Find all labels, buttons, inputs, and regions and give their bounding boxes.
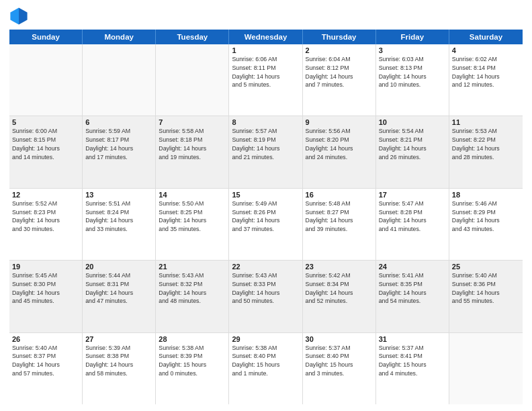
calendar-cell: 15Sunrise: 5:49 AMSunset: 8:26 PMDayligh… (229, 189, 302, 260)
calendar-header: SundayMondayTuesdayWednesdayThursdayFrid… (9, 30, 523, 44)
day-info: Sunrise: 5:53 AMSunset: 8:22 PMDaylight:… (452, 127, 520, 161)
weekday-header: Thursday (303, 30, 376, 44)
weekday-header: Monday (83, 30, 156, 44)
calendar-cell: 1Sunrise: 6:06 AMSunset: 8:11 PMDaylight… (229, 44, 302, 116)
day-info: Sunrise: 5:43 AMSunset: 8:33 PMDaylight:… (232, 271, 299, 306)
day-number: 10 (379, 118, 446, 126)
day-number: 27 (85, 335, 152, 343)
calendar: SundayMondayTuesdayWednesdayThursdayFrid… (9, 30, 523, 404)
day-number: 18 (452, 191, 520, 199)
calendar-cell: 3Sunrise: 6:03 AMSunset: 8:13 PMDaylight… (376, 44, 449, 116)
calendar-body: 1Sunrise: 6:06 AMSunset: 8:11 PMDaylight… (9, 44, 523, 404)
day-info: Sunrise: 5:37 AMSunset: 8:40 PMDaylight:… (306, 344, 373, 378)
day-number: 22 (232, 263, 299, 271)
day-number: 26 (12, 335, 79, 343)
day-number: 16 (306, 191, 373, 199)
logo-icon (9, 7, 28, 26)
calendar-cell: 7Sunrise: 5:58 AMSunset: 8:18 PMDaylight… (156, 116, 229, 187)
calendar-cell: 26Sunrise: 5:40 AMSunset: 8:37 PMDayligh… (9, 333, 83, 404)
calendar-cell: 2Sunrise: 6:04 AMSunset: 8:12 PMDaylight… (303, 44, 376, 116)
day-number: 3 (379, 46, 446, 54)
calendar-cell: 11Sunrise: 5:53 AMSunset: 8:22 PMDayligh… (449, 116, 523, 187)
calendar-cell: 22Sunrise: 5:43 AMSunset: 8:33 PMDayligh… (229, 261, 302, 332)
calendar-cell: 6Sunrise: 5:59 AMSunset: 8:17 PMDaylight… (83, 116, 156, 187)
day-number: 19 (12, 263, 79, 271)
day-number: 11 (452, 118, 520, 126)
calendar-row: 12Sunrise: 5:52 AMSunset: 8:23 PMDayligh… (9, 189, 523, 261)
weekday-header: Sunday (9, 30, 83, 44)
calendar-cell (9, 44, 83, 116)
day-info: Sunrise: 5:58 AMSunset: 8:18 PMDaylight:… (159, 127, 226, 161)
day-info: Sunrise: 5:49 AMSunset: 8:26 PMDaylight:… (232, 199, 299, 234)
day-info: Sunrise: 5:50 AMSunset: 8:25 PMDaylight:… (159, 199, 226, 234)
calendar-row: 19Sunrise: 5:45 AMSunset: 8:30 PMDayligh… (9, 261, 523, 332)
day-info: Sunrise: 6:06 AMSunset: 8:11 PMDaylight:… (232, 55, 299, 89)
day-number: 8 (232, 118, 299, 126)
day-info: Sunrise: 5:56 AMSunset: 8:20 PMDaylight:… (306, 127, 373, 161)
weekday-header: Tuesday (156, 30, 229, 44)
day-number: 4 (452, 46, 520, 54)
calendar-cell: 5Sunrise: 6:00 AMSunset: 8:15 PMDaylight… (9, 116, 83, 187)
day-info: Sunrise: 5:40 AMSunset: 8:36 PMDaylight:… (452, 271, 520, 306)
day-info: Sunrise: 5:51 AMSunset: 8:24 PMDaylight:… (85, 199, 152, 234)
day-number: 25 (452, 263, 520, 271)
day-number: 5 (12, 118, 79, 126)
calendar-cell (156, 44, 229, 116)
day-info: Sunrise: 5:38 AMSunset: 8:40 PMDaylight:… (232, 344, 299, 378)
calendar-cell (83, 44, 156, 116)
day-info: Sunrise: 5:38 AMSunset: 8:39 PMDaylight:… (159, 344, 226, 378)
day-info: Sunrise: 5:52 AMSunset: 8:23 PMDaylight:… (12, 199, 79, 234)
day-number: 24 (379, 263, 446, 271)
day-info: Sunrise: 6:03 AMSunset: 8:13 PMDaylight:… (379, 55, 446, 89)
day-info: Sunrise: 5:40 AMSunset: 8:37 PMDaylight:… (12, 344, 79, 378)
day-info: Sunrise: 5:37 AMSunset: 8:41 PMDaylight:… (379, 344, 446, 378)
weekday-header: Saturday (449, 30, 523, 44)
calendar-cell: 24Sunrise: 5:41 AMSunset: 8:35 PMDayligh… (376, 261, 449, 332)
day-info: Sunrise: 5:59 AMSunset: 8:17 PMDaylight:… (85, 127, 152, 161)
day-info: Sunrise: 5:57 AMSunset: 8:19 PMDaylight:… (232, 127, 299, 161)
calendar-cell: 21Sunrise: 5:43 AMSunset: 8:32 PMDayligh… (156, 261, 229, 332)
day-info: Sunrise: 6:04 AMSunset: 8:12 PMDaylight:… (306, 55, 373, 89)
weekday-header: Friday (376, 30, 449, 44)
day-info: Sunrise: 5:39 AMSunset: 8:38 PMDaylight:… (85, 344, 152, 378)
day-number: 14 (159, 191, 226, 199)
day-number: 31 (379, 335, 446, 343)
day-number: 1 (232, 46, 299, 54)
calendar-row: 1Sunrise: 6:06 AMSunset: 8:11 PMDaylight… (9, 44, 523, 116)
calendar-cell: 23Sunrise: 5:42 AMSunset: 8:34 PMDayligh… (303, 261, 376, 332)
calendar-cell: 25Sunrise: 5:40 AMSunset: 8:36 PMDayligh… (449, 261, 523, 332)
day-number: 6 (85, 118, 152, 126)
day-info: Sunrise: 5:41 AMSunset: 8:35 PMDaylight:… (379, 271, 446, 306)
day-info: Sunrise: 6:00 AMSunset: 8:15 PMDaylight:… (12, 127, 79, 161)
calendar-row: 26Sunrise: 5:40 AMSunset: 8:37 PMDayligh… (9, 333, 523, 404)
day-number: 30 (306, 335, 373, 343)
day-info: Sunrise: 5:43 AMSunset: 8:32 PMDaylight:… (159, 271, 226, 306)
day-info: Sunrise: 5:46 AMSunset: 8:29 PMDaylight:… (452, 199, 520, 234)
svg-marker-3 (10, 7, 19, 24)
day-number: 23 (306, 263, 373, 271)
day-info: Sunrise: 5:48 AMSunset: 8:27 PMDaylight:… (306, 199, 373, 234)
day-info: Sunrise: 5:47 AMSunset: 8:28 PMDaylight:… (379, 199, 446, 234)
day-info: Sunrise: 5:42 AMSunset: 8:34 PMDaylight:… (306, 271, 373, 306)
calendar-cell: 27Sunrise: 5:39 AMSunset: 8:38 PMDayligh… (83, 333, 156, 404)
calendar-cell: 8Sunrise: 5:57 AMSunset: 8:19 PMDaylight… (229, 116, 302, 187)
calendar-cell: 18Sunrise: 5:46 AMSunset: 8:29 PMDayligh… (449, 189, 523, 260)
page-header (9, 7, 523, 26)
day-number: 9 (306, 118, 373, 126)
day-number: 29 (232, 335, 299, 343)
day-number: 28 (159, 335, 226, 343)
day-info: Sunrise: 5:44 AMSunset: 8:31 PMDaylight:… (85, 271, 152, 306)
calendar-cell: 19Sunrise: 5:45 AMSunset: 8:30 PMDayligh… (9, 261, 83, 332)
day-number: 12 (12, 191, 79, 199)
calendar-cell: 31Sunrise: 5:37 AMSunset: 8:41 PMDayligh… (376, 333, 449, 404)
day-info: Sunrise: 6:02 AMSunset: 8:14 PMDaylight:… (452, 55, 520, 89)
calendar-cell (449, 333, 523, 404)
calendar-cell: 4Sunrise: 6:02 AMSunset: 8:14 PMDaylight… (449, 44, 523, 116)
calendar-cell: 12Sunrise: 5:52 AMSunset: 8:23 PMDayligh… (9, 189, 83, 260)
calendar-cell: 13Sunrise: 5:51 AMSunset: 8:24 PMDayligh… (83, 189, 156, 260)
day-info: Sunrise: 5:54 AMSunset: 8:21 PMDaylight:… (379, 127, 446, 161)
day-info: Sunrise: 5:45 AMSunset: 8:30 PMDaylight:… (12, 271, 79, 306)
calendar-cell: 30Sunrise: 5:37 AMSunset: 8:40 PMDayligh… (303, 333, 376, 404)
day-number: 15 (232, 191, 299, 199)
day-number: 7 (159, 118, 226, 126)
